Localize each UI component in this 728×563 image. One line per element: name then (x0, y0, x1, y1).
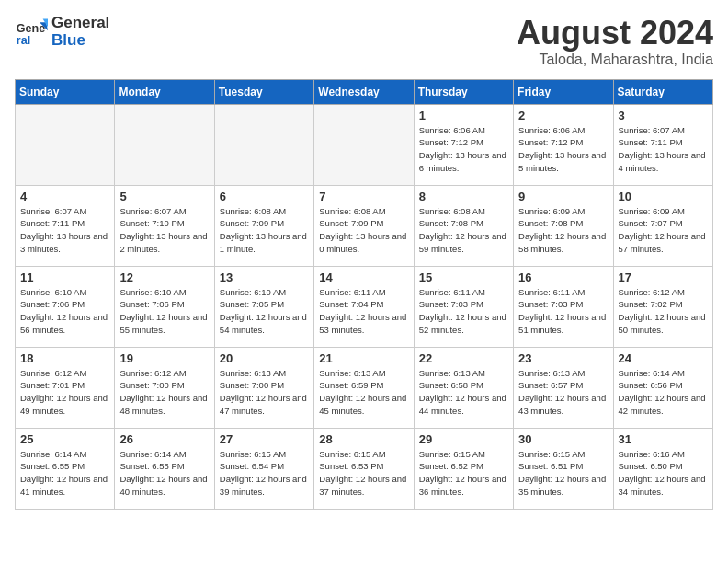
calendar-cell: 13Sunrise: 6:10 AMSunset: 7:05 PMDayligh… (214, 266, 313, 347)
day-number: 31 (619, 432, 708, 446)
logo-icon: Gene ral (15, 16, 48, 49)
day-number: 9 (518, 190, 608, 203)
calendar-cell: 10Sunrise: 6:09 AMSunset: 7:07 PMDayligh… (613, 185, 712, 266)
calendar-cell: 19Sunrise: 6:12 AMSunset: 7:00 PMDayligh… (115, 347, 214, 428)
sun-info: Sunrise: 6:14 AMSunset: 6:55 PMDaylight:… (119, 448, 209, 499)
sun-info: Sunrise: 6:15 AMSunset: 6:53 PMDaylight:… (319, 448, 408, 499)
calendar-cell: 21Sunrise: 6:13 AMSunset: 6:59 PMDayligh… (314, 347, 414, 428)
sun-info: Sunrise: 6:11 AMSunset: 7:03 PMDaylight:… (518, 286, 608, 337)
day-number: 13 (220, 270, 309, 284)
day-number: 21 (319, 351, 408, 365)
calendar-cell: 7Sunrise: 6:08 AMSunset: 7:09 PMDaylight… (314, 185, 414, 266)
sun-info: Sunrise: 6:10 AMSunset: 7:05 PMDaylight:… (220, 286, 309, 337)
sun-info: Sunrise: 6:09 AMSunset: 7:07 PMDaylight:… (619, 205, 708, 256)
day-number: 6 (220, 190, 309, 203)
day-number: 5 (119, 190, 209, 203)
sun-info: Sunrise: 6:10 AMSunset: 7:06 PMDaylight:… (119, 286, 209, 337)
sun-info: Sunrise: 6:07 AMSunset: 7:11 PMDaylight:… (619, 124, 708, 175)
sun-info: Sunrise: 6:12 AMSunset: 7:02 PMDaylight:… (619, 286, 708, 337)
day-number: 4 (20, 190, 109, 203)
calendar-cell: 22Sunrise: 6:13 AMSunset: 6:58 PMDayligh… (414, 347, 513, 428)
calendar-cell: 14Sunrise: 6:11 AMSunset: 7:04 PMDayligh… (314, 266, 414, 347)
day-header-friday: Friday (514, 79, 613, 104)
calendar-cell (214, 104, 313, 185)
sun-info: Sunrise: 6:15 AMSunset: 6:52 PMDaylight:… (419, 448, 508, 499)
calendar-cell: 2Sunrise: 6:06 AMSunset: 7:12 PMDaylight… (514, 104, 613, 185)
sun-info: Sunrise: 6:13 AMSunset: 6:58 PMDaylight:… (419, 367, 508, 418)
calendar-cell (314, 104, 414, 185)
logo: Gene ral General Blue (15, 15, 109, 49)
day-number: 19 (119, 351, 209, 365)
sun-info: Sunrise: 6:12 AMSunset: 7:01 PMDaylight:… (20, 367, 109, 418)
logo-line1: General (51, 15, 109, 32)
day-header-thursday: Thursday (414, 79, 513, 104)
day-number: 3 (619, 109, 708, 122)
day-number: 11 (20, 270, 109, 284)
day-number: 25 (20, 432, 109, 446)
calendar-cell: 9Sunrise: 6:09 AMSunset: 7:08 PMDaylight… (514, 185, 613, 266)
sun-info: Sunrise: 6:14 AMSunset: 6:55 PMDaylight:… (20, 448, 109, 499)
sun-info: Sunrise: 6:10 AMSunset: 7:06 PMDaylight:… (20, 286, 109, 337)
day-header-wednesday: Wednesday (314, 79, 414, 104)
calendar-cell: 8Sunrise: 6:08 AMSunset: 7:08 PMDaylight… (414, 185, 513, 266)
week-row-4: 18Sunrise: 6:12 AMSunset: 7:01 PMDayligh… (16, 347, 713, 428)
day-number: 18 (20, 351, 109, 365)
location: Taloda, Maharashtra, India (517, 52, 713, 68)
day-number: 20 (220, 351, 309, 365)
day-number: 29 (419, 432, 508, 446)
sun-info: Sunrise: 6:06 AMSunset: 7:12 PMDaylight:… (419, 124, 508, 175)
calendar-cell: 4Sunrise: 6:07 AMSunset: 7:11 PMDaylight… (16, 185, 115, 266)
day-number: 30 (518, 432, 608, 446)
calendar-cell: 25Sunrise: 6:14 AMSunset: 6:55 PMDayligh… (16, 428, 115, 509)
calendar-cell: 16Sunrise: 6:11 AMSunset: 7:03 PMDayligh… (514, 266, 613, 347)
calendar-cell: 12Sunrise: 6:10 AMSunset: 7:06 PMDayligh… (115, 266, 214, 347)
day-number: 23 (518, 351, 608, 365)
week-row-1: 1Sunrise: 6:06 AMSunset: 7:12 PMDaylight… (16, 104, 713, 185)
day-number: 12 (119, 270, 209, 284)
day-number: 1 (419, 109, 508, 122)
calendar-cell: 26Sunrise: 6:14 AMSunset: 6:55 PMDayligh… (115, 428, 214, 509)
title-block: August 2024 Taloda, Maharashtra, India (517, 15, 713, 68)
day-number: 27 (220, 432, 309, 446)
week-row-3: 11Sunrise: 6:10 AMSunset: 7:06 PMDayligh… (16, 266, 713, 347)
sun-info: Sunrise: 6:09 AMSunset: 7:08 PMDaylight:… (518, 205, 608, 256)
calendar-cell (115, 104, 214, 185)
sun-info: Sunrise: 6:08 AMSunset: 7:09 PMDaylight:… (319, 205, 408, 256)
day-number: 17 (619, 270, 708, 284)
month-year: August 2024 (517, 15, 713, 52)
sun-info: Sunrise: 6:08 AMSunset: 7:09 PMDaylight:… (220, 205, 309, 256)
sun-info: Sunrise: 6:12 AMSunset: 7:00 PMDaylight:… (119, 367, 209, 418)
calendar-cell: 23Sunrise: 6:13 AMSunset: 6:57 PMDayligh… (514, 347, 613, 428)
calendar-cell: 20Sunrise: 6:13 AMSunset: 7:00 PMDayligh… (214, 347, 313, 428)
sun-info: Sunrise: 6:11 AMSunset: 7:03 PMDaylight:… (419, 286, 508, 337)
day-number: 14 (319, 270, 408, 284)
week-row-2: 4Sunrise: 6:07 AMSunset: 7:11 PMDaylight… (16, 185, 713, 266)
calendar-cell: 6Sunrise: 6:08 AMSunset: 7:09 PMDaylight… (214, 185, 313, 266)
sun-info: Sunrise: 6:07 AMSunset: 7:10 PMDaylight:… (119, 205, 209, 256)
calendar-cell: 30Sunrise: 6:15 AMSunset: 6:51 PMDayligh… (514, 428, 613, 509)
sun-info: Sunrise: 6:06 AMSunset: 7:12 PMDaylight:… (518, 124, 608, 175)
sun-info: Sunrise: 6:11 AMSunset: 7:04 PMDaylight:… (319, 286, 408, 337)
sun-info: Sunrise: 6:07 AMSunset: 7:11 PMDaylight:… (20, 205, 109, 256)
day-number: 7 (319, 190, 408, 203)
calendar-cell: 3Sunrise: 6:07 AMSunset: 7:11 PMDaylight… (613, 104, 712, 185)
calendar-cell: 27Sunrise: 6:15 AMSunset: 6:54 PMDayligh… (214, 428, 313, 509)
calendar-cell: 5Sunrise: 6:07 AMSunset: 7:10 PMDaylight… (115, 185, 214, 266)
sun-info: Sunrise: 6:15 AMSunset: 6:51 PMDaylight:… (518, 448, 608, 499)
logo-line2: Blue (51, 32, 109, 50)
week-row-5: 25Sunrise: 6:14 AMSunset: 6:55 PMDayligh… (16, 428, 713, 509)
calendar-cell: 18Sunrise: 6:12 AMSunset: 7:01 PMDayligh… (16, 347, 115, 428)
day-number: 24 (619, 351, 708, 365)
day-number: 15 (419, 270, 508, 284)
calendar-cell (16, 104, 115, 185)
day-number: 26 (119, 432, 209, 446)
day-number: 22 (419, 351, 508, 365)
day-number: 8 (419, 190, 508, 203)
sun-info: Sunrise: 6:13 AMSunset: 6:59 PMDaylight:… (319, 367, 408, 418)
calendar-body: 1Sunrise: 6:06 AMSunset: 7:12 PMDaylight… (16, 104, 713, 509)
sun-info: Sunrise: 6:13 AMSunset: 6:57 PMDaylight:… (518, 367, 608, 418)
calendar-cell: 31Sunrise: 6:16 AMSunset: 6:50 PMDayligh… (613, 428, 712, 509)
calendar-header-row: SundayMondayTuesdayWednesdayThursdayFrid… (16, 79, 713, 104)
day-number: 2 (518, 109, 608, 122)
day-header-saturday: Saturday (613, 79, 712, 104)
